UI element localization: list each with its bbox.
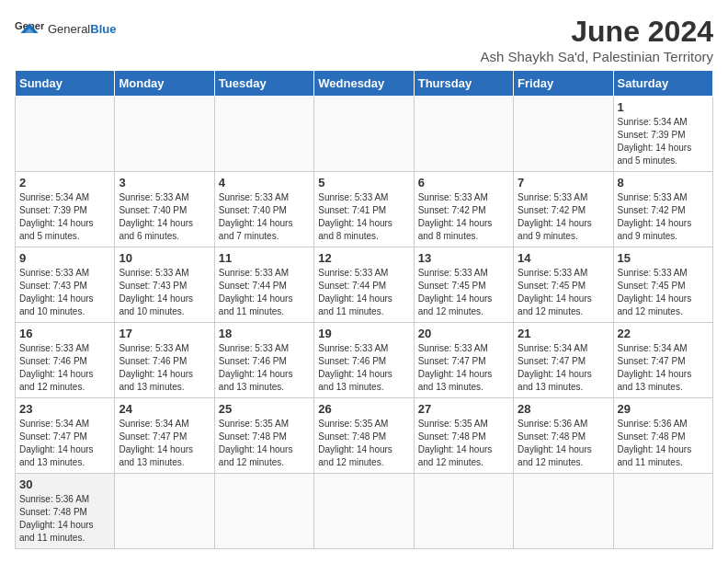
cell-info: Sunrise: 5:35 AM Sunset: 7:48 PM Dayligh… bbox=[418, 418, 509, 469]
calendar-cell: 8Sunrise: 5:33 AM Sunset: 7:42 PM Daylig… bbox=[613, 172, 712, 247]
calendar-cell bbox=[314, 97, 414, 172]
cell-day-number: 8 bbox=[618, 176, 709, 190]
col-header-sunday: Sunday bbox=[16, 71, 115, 97]
cell-info: Sunrise: 5:33 AM Sunset: 7:43 PM Dayligh… bbox=[19, 267, 110, 318]
calendar-cell bbox=[414, 97, 513, 172]
calendar-cell: 5Sunrise: 5:33 AM Sunset: 7:41 PM Daylig… bbox=[314, 172, 414, 247]
cell-info: Sunrise: 5:33 AM Sunset: 7:47 PM Dayligh… bbox=[418, 342, 509, 394]
cell-info: Sunrise: 5:33 AM Sunset: 7:41 PM Dayligh… bbox=[318, 191, 409, 243]
cell-info: Sunrise: 5:34 AM Sunset: 7:47 PM Dayligh… bbox=[618, 342, 709, 394]
calendar-header-row: SundayMondayTuesdayWednesdayThursdayFrid… bbox=[16, 71, 713, 97]
calendar-cell: 3Sunrise: 5:33 AM Sunset: 7:40 PM Daylig… bbox=[115, 172, 214, 247]
calendar-cell: 10Sunrise: 5:33 AM Sunset: 7:43 PM Dayli… bbox=[115, 247, 214, 323]
logo: General GeneralBlue bbox=[15, 15, 116, 44]
cell-day-number: 6 bbox=[418, 176, 509, 190]
cell-info: Sunrise: 5:33 AM Sunset: 7:45 PM Dayligh… bbox=[518, 267, 609, 318]
col-header-friday: Friday bbox=[514, 71, 613, 97]
cell-info: Sunrise: 5:36 AM Sunset: 7:48 PM Dayligh… bbox=[518, 418, 609, 469]
calendar-cell: 22Sunrise: 5:34 AM Sunset: 7:47 PM Dayli… bbox=[613, 323, 712, 398]
month-title: June 2024 bbox=[480, 15, 713, 49]
cell-day-number: 26 bbox=[318, 402, 409, 416]
calendar-week-row: 1Sunrise: 5:34 AM Sunset: 7:39 PM Daylig… bbox=[16, 97, 713, 172]
calendar-week-row: 23Sunrise: 5:34 AM Sunset: 7:47 PM Dayli… bbox=[16, 398, 713, 474]
calendar-cell: 13Sunrise: 5:33 AM Sunset: 7:45 PM Dayli… bbox=[414, 247, 513, 323]
calendar-cell: 7Sunrise: 5:33 AM Sunset: 7:42 PM Daylig… bbox=[514, 172, 613, 247]
cell-day-number: 13 bbox=[418, 251, 509, 265]
calendar-cell: 25Sunrise: 5:35 AM Sunset: 7:48 PM Dayli… bbox=[214, 398, 313, 474]
cell-day-number: 28 bbox=[518, 402, 609, 416]
calendar-cell: 27Sunrise: 5:35 AM Sunset: 7:48 PM Dayli… bbox=[414, 398, 513, 474]
cell-day-number: 17 bbox=[119, 327, 210, 340]
col-header-monday: Monday bbox=[115, 71, 214, 97]
cell-day-number: 1 bbox=[618, 100, 709, 114]
calendar-cell: 24Sunrise: 5:34 AM Sunset: 7:47 PM Dayli… bbox=[115, 398, 214, 474]
cell-day-number: 5 bbox=[318, 176, 409, 190]
cell-info: Sunrise: 5:33 AM Sunset: 7:40 PM Dayligh… bbox=[219, 191, 310, 243]
calendar-week-row: 2Sunrise: 5:34 AM Sunset: 7:39 PM Daylig… bbox=[16, 172, 713, 247]
cell-info: Sunrise: 5:35 AM Sunset: 7:48 PM Dayligh… bbox=[318, 418, 409, 469]
calendar-cell: 12Sunrise: 5:33 AM Sunset: 7:44 PM Dayli… bbox=[314, 247, 414, 323]
cell-day-number: 23 bbox=[19, 402, 110, 416]
cell-day-number: 29 bbox=[618, 402, 709, 416]
cell-info: Sunrise: 5:35 AM Sunset: 7:48 PM Dayligh… bbox=[219, 418, 310, 469]
cell-info: Sunrise: 5:34 AM Sunset: 7:47 PM Dayligh… bbox=[518, 342, 609, 394]
page-header: General GeneralBlue June 2024 Ash Shaykh… bbox=[15, 15, 713, 64]
cell-info: Sunrise: 5:33 AM Sunset: 7:42 PM Dayligh… bbox=[418, 191, 509, 243]
calendar-cell: 17Sunrise: 5:33 AM Sunset: 7:46 PM Dayli… bbox=[115, 323, 214, 398]
calendar-cell: 30Sunrise: 5:36 AM Sunset: 7:48 PM Dayli… bbox=[16, 474, 115, 549]
cell-day-number: 18 bbox=[219, 327, 310, 340]
cell-day-number: 20 bbox=[418, 327, 509, 340]
calendar-cell: 28Sunrise: 5:36 AM Sunset: 7:48 PM Dayli… bbox=[514, 398, 613, 474]
calendar-cell: 21Sunrise: 5:34 AM Sunset: 7:47 PM Dayli… bbox=[514, 323, 613, 398]
cell-day-number: 25 bbox=[219, 402, 310, 416]
logo-blue: Blue bbox=[90, 22, 116, 36]
cell-day-number: 14 bbox=[518, 251, 609, 265]
location-title: Ash Shaykh Sa'd, Palestinian Territory bbox=[480, 49, 713, 64]
cell-day-number: 10 bbox=[119, 251, 210, 265]
cell-day-number: 30 bbox=[19, 477, 110, 491]
calendar-cell bbox=[214, 97, 313, 172]
calendar-week-row: 30Sunrise: 5:36 AM Sunset: 7:48 PM Dayli… bbox=[16, 474, 713, 549]
calendar-cell bbox=[214, 474, 313, 549]
cell-info: Sunrise: 5:33 AM Sunset: 7:40 PM Dayligh… bbox=[119, 191, 210, 243]
calendar-cell: 2Sunrise: 5:34 AM Sunset: 7:39 PM Daylig… bbox=[16, 172, 115, 247]
calendar-cell: 4Sunrise: 5:33 AM Sunset: 7:40 PM Daylig… bbox=[214, 172, 313, 247]
cell-day-number: 24 bbox=[119, 402, 210, 416]
cell-day-number: 27 bbox=[418, 402, 509, 416]
calendar-cell: 20Sunrise: 5:33 AM Sunset: 7:47 PM Dayli… bbox=[414, 323, 513, 398]
cell-day-number: 2 bbox=[19, 176, 110, 190]
cell-info: Sunrise: 5:36 AM Sunset: 7:48 PM Dayligh… bbox=[618, 418, 709, 469]
calendar-cell: 9Sunrise: 5:33 AM Sunset: 7:43 PM Daylig… bbox=[16, 247, 115, 323]
calendar-week-row: 16Sunrise: 5:33 AM Sunset: 7:46 PM Dayli… bbox=[16, 323, 713, 398]
cell-day-number: 22 bbox=[618, 327, 709, 340]
calendar-cell: 16Sunrise: 5:33 AM Sunset: 7:46 PM Dayli… bbox=[16, 323, 115, 398]
logo-general: General bbox=[48, 22, 90, 36]
col-header-tuesday: Tuesday bbox=[214, 71, 313, 97]
calendar-cell: 11Sunrise: 5:33 AM Sunset: 7:44 PM Dayli… bbox=[214, 247, 313, 323]
col-header-thursday: Thursday bbox=[414, 71, 513, 97]
cell-info: Sunrise: 5:33 AM Sunset: 7:42 PM Dayligh… bbox=[618, 191, 709, 243]
calendar-cell bbox=[115, 474, 214, 549]
calendar-cell bbox=[115, 97, 214, 172]
calendar-table: SundayMondayTuesdayWednesdayThursdayFrid… bbox=[15, 70, 713, 549]
col-header-wednesday: Wednesday bbox=[314, 71, 414, 97]
cell-info: Sunrise: 5:33 AM Sunset: 7:44 PM Dayligh… bbox=[219, 267, 310, 318]
calendar-cell bbox=[514, 97, 613, 172]
cell-info: Sunrise: 5:33 AM Sunset: 7:46 PM Dayligh… bbox=[219, 342, 310, 394]
calendar-cell bbox=[16, 97, 115, 172]
cell-info: Sunrise: 5:34 AM Sunset: 7:47 PM Dayligh… bbox=[19, 418, 110, 469]
cell-info: Sunrise: 5:33 AM Sunset: 7:46 PM Dayligh… bbox=[318, 342, 409, 394]
col-header-saturday: Saturday bbox=[613, 71, 712, 97]
cell-day-number: 21 bbox=[518, 327, 609, 340]
cell-info: Sunrise: 5:33 AM Sunset: 7:45 PM Dayligh… bbox=[418, 267, 509, 318]
calendar-cell: 18Sunrise: 5:33 AM Sunset: 7:46 PM Dayli… bbox=[214, 323, 313, 398]
cell-day-number: 4 bbox=[219, 176, 310, 190]
cell-info: Sunrise: 5:34 AM Sunset: 7:39 PM Dayligh… bbox=[618, 116, 709, 167]
cell-info: Sunrise: 5:33 AM Sunset: 7:46 PM Dayligh… bbox=[19, 342, 110, 394]
cell-day-number: 15 bbox=[618, 251, 709, 265]
calendar-cell bbox=[613, 474, 712, 549]
cell-day-number: 12 bbox=[318, 251, 409, 265]
cell-info: Sunrise: 5:34 AM Sunset: 7:47 PM Dayligh… bbox=[119, 418, 210, 469]
cell-day-number: 16 bbox=[19, 327, 110, 340]
calendar-cell: 15Sunrise: 5:33 AM Sunset: 7:45 PM Dayli… bbox=[613, 247, 712, 323]
